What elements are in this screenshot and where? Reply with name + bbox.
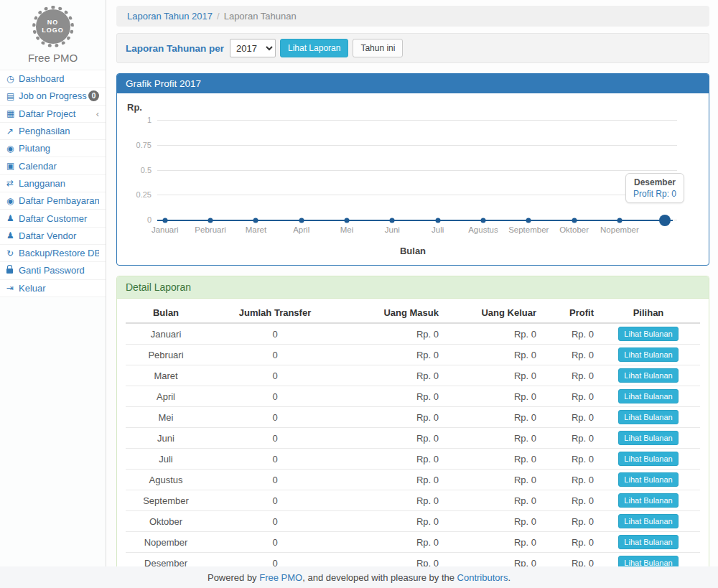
sidebar-item-penghasilan[interactable]: ↗Penghasilan xyxy=(0,123,106,140)
sidebar-item-daftar-project[interactable]: ▦Daftar Project‹ xyxy=(0,106,106,123)
cell-jumlah-transfer: 0 xyxy=(206,449,344,470)
table-row-juni: Juni0Rp. 0Rp. 0Rp. 0Lihat Bulanan xyxy=(126,428,700,449)
lihat-bulanan-button[interactable]: Lihat Bulanan xyxy=(618,431,678,445)
cell-bulan: Nopember xyxy=(126,532,206,553)
year-select[interactable]: 2017 xyxy=(230,39,276,57)
cell-pilihan: Lihat Bulanan xyxy=(597,323,700,345)
lihat-bulanan-button[interactable]: Lihat Bulanan xyxy=(618,535,678,549)
cell-pilihan: Lihat Bulanan xyxy=(597,386,700,407)
cell-uang-keluar: Rp. 0 xyxy=(442,407,539,428)
table-row-oktober: Oktober0Rp. 0Rp. 0Rp. 0Lihat Bulanan xyxy=(126,511,700,532)
tahun-ini-button[interactable]: Tahun ini xyxy=(353,39,403,57)
app-window: NO LOGO Free PMO ◷Dashboard▤Job on Progr… xyxy=(0,0,718,588)
cell-uang-masuk: Rp. 0 xyxy=(344,490,442,511)
toolbar-label: Laporan Tahunan per xyxy=(126,43,224,54)
cell-uang-keluar: Rp. 0 xyxy=(442,323,539,345)
data-point-juli xyxy=(435,218,440,223)
logo-text-line2: LOGO xyxy=(42,27,64,34)
breadcrumb-link-laporan-tahun[interactable]: Laporan Tahun 2017 xyxy=(127,11,213,22)
cell-jumlah-transfer: 0 xyxy=(206,345,344,365)
cell-profit: Rp. 0 xyxy=(539,365,597,386)
cell-pilihan: Lihat Bulanan xyxy=(597,407,700,428)
cell-uang-keluar: Rp. 0 xyxy=(442,511,539,532)
sidebar-item-label: Daftar Vendor xyxy=(19,230,99,241)
column-header-pilihan: Pilihan xyxy=(597,303,700,323)
lihat-bulanan-button[interactable]: Lihat Bulanan xyxy=(618,472,678,487)
table-row-september: September0Rp. 0Rp. 0Rp. 0Lihat Bulanan xyxy=(126,490,700,511)
lihat-bulanan-button[interactable]: Lihat Bulanan xyxy=(618,493,678,508)
cell-jumlah-transfer: 0 xyxy=(206,470,344,490)
breadcrumb-current: Laporan Tahunan xyxy=(224,11,297,22)
cell-pilihan: Lihat Bulanan xyxy=(597,345,700,365)
sidebar-item-daftar-customer[interactable]: ♟Daftar Customer xyxy=(0,210,106,227)
sidebar-item-label: Dashboard xyxy=(19,73,99,84)
cell-pilihan: Lihat Bulanan xyxy=(597,490,700,511)
sidebar-item-daftar-pembayaran[interactable]: ◉Daftar Pembayaran xyxy=(0,192,106,210)
sidebar-item-label: Langganan xyxy=(19,178,99,189)
lihat-bulanan-button[interactable]: Lihat Bulanan xyxy=(618,452,678,466)
cell-uang-keluar: Rp. 0 xyxy=(442,386,539,407)
sidebar-item-keluar[interactable]: ⇥Keluar xyxy=(0,280,106,297)
cell-profit: Rp. 0 xyxy=(539,407,597,428)
cell-jumlah-transfer: 0 xyxy=(206,553,344,567)
lihat-laporan-button[interactable]: Lihat Laporan xyxy=(280,39,348,57)
logo-text-line1: NO xyxy=(47,19,59,27)
y-axis-title: Rp. xyxy=(127,102,699,113)
column-header-uang-keluar: Uang Keluar xyxy=(442,303,539,323)
lihat-bulanan-button[interactable]: Lihat Bulanan xyxy=(618,327,678,341)
footer-suffix: . xyxy=(508,572,510,583)
chart-body: Rp. Desember Profit Rp: 0 10.750.50.250 … xyxy=(117,93,709,265)
cell-pilihan: Lihat Bulanan xyxy=(597,365,700,386)
breadcrumb: Laporan Tahun 2017/Laporan Tahunan xyxy=(116,6,709,27)
lihat-bulanan-button[interactable]: Lihat Bulanan xyxy=(618,389,678,403)
sidebar-item-calendar[interactable]: ▣Calendar xyxy=(0,157,106,174)
plot-area: Desember Profit Rp: 0 10.750.50.250 xyxy=(157,120,673,220)
cell-profit: Rp. 0 xyxy=(539,511,597,532)
lihat-bulanan-button[interactable]: Lihat Bulanan xyxy=(618,347,678,362)
sidebar-item-label: Piutang xyxy=(19,143,99,154)
main-content: Laporan Tahun 2017/Laporan Tahunan Lapor… xyxy=(106,0,718,566)
lihat-bulanan-button[interactable]: Lihat Bulanan xyxy=(618,514,678,528)
sidebar-item-backup-restore-db[interactable]: ↻Backup/Restore DB xyxy=(0,245,106,262)
sidebar-item-job-on-progress[interactable]: ▤Job on Progress0 xyxy=(0,88,106,105)
cell-uang-masuk: Rp. 0 xyxy=(344,470,442,490)
x-axis-label-januari: Januari xyxy=(151,225,179,234)
cell-pilihan: Lihat Bulanan xyxy=(597,470,700,490)
sidebar-item-label: Daftar Project xyxy=(19,108,96,119)
table-row-april: April0Rp. 0Rp. 0Rp. 0Lihat Bulanan xyxy=(126,386,700,407)
cell-uang-masuk: Rp. 0 xyxy=(344,407,442,428)
data-point-oktober xyxy=(572,218,577,223)
lihat-bulanan-button[interactable]: Lihat Bulanan xyxy=(618,410,678,424)
footer-link-contributors[interactable]: Contributors xyxy=(457,572,508,583)
sidebar-item-dashboard[interactable]: ◷Dashboard xyxy=(0,70,106,88)
lihat-bulanan-button[interactable]: Lihat Bulanan xyxy=(618,368,678,383)
cell-profit: Rp. 0 xyxy=(539,532,597,553)
lihat-bulanan-button[interactable]: Lihat Bulanan xyxy=(618,556,678,566)
report-table-head: BulanJumlah TransferUang MasukUang Kelua… xyxy=(126,303,700,323)
sidebar-item-langganan[interactable]: ⇄Langganan xyxy=(0,175,106,192)
y-axis-tick: 0.25 xyxy=(127,190,151,199)
profit-series-line xyxy=(157,220,673,221)
cell-uang-masuk: Rp. 0 xyxy=(344,428,442,449)
sidebar-item-daftar-vendor[interactable]: ♟Daftar Vendor xyxy=(0,228,106,245)
gridline xyxy=(157,145,677,146)
sidebar-item-ganti-password[interactable]: Ganti Password xyxy=(0,262,106,279)
cell-profit: Rp. 0 xyxy=(539,449,597,470)
footer-prefix: Powered by xyxy=(208,572,259,583)
cell-pilihan: Lihat Bulanan xyxy=(597,553,700,567)
sidebar-item-piutang[interactable]: ◉Piutang xyxy=(0,140,106,157)
retweet-icon: ⇄ xyxy=(6,178,19,188)
column-header-uang-masuk: Uang Masuk xyxy=(344,303,442,323)
footer-link-freepmo[interactable]: Free PMO xyxy=(259,572,302,583)
report-toolbar: Laporan Tahunan per 2017 Lihat Laporan T… xyxy=(116,33,709,63)
cell-uang-masuk: Rp. 0 xyxy=(344,532,442,553)
dashboard-icon: ◷ xyxy=(6,74,19,84)
cell-bulan: Agustus xyxy=(126,470,206,490)
chart-tooltip: Desember Profit Rp: 0 xyxy=(625,173,684,203)
refresh-icon: ↻ xyxy=(6,248,19,258)
sidebar-item-label: Penghasilan xyxy=(19,126,99,136)
money-icon: ◉ xyxy=(6,144,19,154)
tooltip-value: Profit Rp: 0 xyxy=(633,189,676,199)
data-point-nopember xyxy=(617,218,622,223)
detail-report-panel: Detail Laporan BulanJumlah TransferUang … xyxy=(116,276,709,566)
